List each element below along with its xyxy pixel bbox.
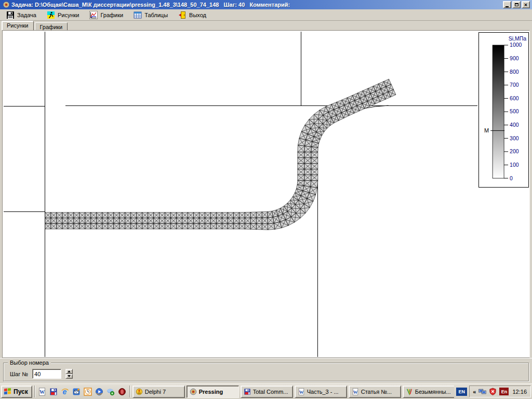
colorbar-tick-label: 700 xyxy=(510,82,519,88)
table-icon xyxy=(134,11,142,19)
colorbar-marker-label: M xyxy=(484,127,489,134)
running-man-icon xyxy=(47,11,55,19)
menu-pictures-button[interactable]: Рисунки xyxy=(44,10,83,20)
toolbar: ЗадачаРисункиГрафикиТаблицыВыход xyxy=(0,9,532,21)
step-label: Шаг № xyxy=(10,371,28,377)
colorbar-tick-label: 900 xyxy=(510,56,519,61)
task-buttons: Delphi 7PressingTotal Comm...WЧасть_3 - … xyxy=(132,385,455,398)
menu-tables-label: Таблицы xyxy=(144,12,168,18)
task-untitled-button[interactable]: Безымянны... xyxy=(403,385,455,398)
task-doc-article-label: Статья №... xyxy=(361,389,392,395)
word-icon: W xyxy=(352,388,359,395)
minimize-button[interactable] xyxy=(503,1,511,8)
task-totalcmd-label: Total Comm... xyxy=(253,389,288,395)
step-input[interactable] xyxy=(32,369,61,379)
windows-logo-icon xyxy=(4,388,11,395)
colorbar-tick-label: 0 xyxy=(510,176,513,181)
fem-scene: Si,МПа10009008007006005004003002001000M xyxy=(3,31,529,357)
menu-pictures-label: Рисунки xyxy=(58,12,79,18)
task-doc-part3-button[interactable]: WЧасть_3 - ... xyxy=(295,385,347,398)
delphi-icon xyxy=(136,388,143,395)
chart-icon xyxy=(89,11,98,19)
close-button[interactable]: × xyxy=(522,1,530,8)
security-shield-icon[interactable] xyxy=(489,388,497,395)
quicklaunch-opera[interactable] xyxy=(117,387,127,396)
colorbar-legend: Si,МПа10009008007006005004003002001000M xyxy=(478,33,528,187)
tab-row: РисункиГрафики xyxy=(0,21,532,30)
svg-text:W: W xyxy=(39,389,45,395)
colorbar-tick-label: 1000 xyxy=(510,42,522,48)
word-icon: W xyxy=(298,388,305,395)
groupbox-label: Выбор номера xyxy=(8,360,51,366)
menu-tables-button[interactable]: Таблицы xyxy=(130,10,171,20)
taskbar: Пуск We Delphi 7PressingTotal Comm...WЧа… xyxy=(0,383,532,399)
taskbar-separator xyxy=(129,385,130,397)
menu-exit-button[interactable]: Выход xyxy=(175,10,209,20)
menu-exit-label: Выход xyxy=(189,12,206,18)
exit-door-icon xyxy=(178,11,187,19)
task-pressing-button[interactable]: Pressing xyxy=(187,385,239,398)
task-delphi-label: Delphi 7 xyxy=(145,389,166,395)
menu-task-button[interactable]: Задача xyxy=(3,10,39,20)
paint-icon xyxy=(406,388,413,395)
colorbar-tick-label: 600 xyxy=(510,96,519,101)
quicklaunch-clock[interactable] xyxy=(83,387,93,396)
quicklaunch-total-commander[interactable] xyxy=(49,387,59,396)
colorbar-gradient xyxy=(493,45,504,178)
quicklaunch-ie[interactable]: e xyxy=(60,387,70,396)
tool-contour-lines xyxy=(4,32,477,357)
system-tray: « En 12:16 xyxy=(469,385,531,397)
window-title: Задача: D:\Общая\Саша_М\К диссертации\pr… xyxy=(11,2,503,8)
menu-graphs-button[interactable]: Графики xyxy=(86,10,126,20)
quicklaunch-outlook-express[interactable] xyxy=(72,387,82,396)
colorbar-tick-label: 800 xyxy=(510,69,519,75)
clock: 12:16 xyxy=(512,389,527,395)
menu-graphs-label: Графики xyxy=(100,12,123,18)
task-delphi-button[interactable]: Delphi 7 xyxy=(132,385,185,398)
quicklaunch-word[interactable]: W xyxy=(37,387,47,396)
colorbar-tick-label: 500 xyxy=(510,109,519,114)
pressing-app-icon xyxy=(190,388,197,395)
quicklaunch-download[interactable] xyxy=(106,387,116,396)
colorbar-tick-label: 300 xyxy=(510,136,519,141)
floppy-icon xyxy=(6,11,15,19)
task-totalcmd-button[interactable]: Total Comm... xyxy=(241,385,293,398)
menu-task-label: Задача xyxy=(17,12,36,18)
start-button[interactable]: Пуск xyxy=(1,385,32,398)
tab-pictures[interactable]: Рисунки xyxy=(2,21,34,30)
network-icon[interactable] xyxy=(478,388,486,395)
step-down-button[interactable] xyxy=(65,374,73,379)
task-doc-article-button[interactable]: WСтатья №... xyxy=(349,385,401,398)
tray-collapse-button[interactable]: « xyxy=(473,389,476,395)
screen: Задача: D:\Общая\Саша_М\К диссертации\pr… xyxy=(0,0,532,399)
total-commander-icon xyxy=(244,388,251,395)
step-groupbox: Выбор номера Шаг № xyxy=(3,363,529,381)
colorbar-title: Si,МПа xyxy=(509,36,526,42)
fem-mesh xyxy=(45,79,396,230)
colorbar-tick-label: 400 xyxy=(510,122,519,128)
tab-graphs[interactable]: Графики xyxy=(35,22,68,30)
titlebar[interactable]: Задача: D:\Общая\Саша_М\К диссертации\pr… xyxy=(0,0,532,9)
start-button-label: Пуск xyxy=(14,388,28,395)
language-indicator-en[interactable]: EN xyxy=(456,388,467,396)
task-doc-part3-label: Часть_3 - ... xyxy=(307,389,339,395)
language-indicator-ru[interactable]: En xyxy=(499,388,509,395)
restore-button[interactable] xyxy=(512,1,521,8)
taskbar-separator xyxy=(34,385,35,397)
quicklaunch-media-player[interactable] xyxy=(95,387,104,396)
step-panel: Выбор номера Шаг № xyxy=(0,358,532,383)
colorbar-tick-label: 100 xyxy=(510,162,519,168)
svg-text:W: W xyxy=(299,389,303,394)
svg-text:W: W xyxy=(353,389,357,394)
pressing-app-icon xyxy=(3,1,10,8)
task-pressing-label: Pressing xyxy=(199,389,223,395)
colorbar-tick-label: 200 xyxy=(510,149,519,154)
quick-launch-bar: We xyxy=(37,387,127,396)
drawing-canvas[interactable]: Si,МПа10009008007006005004003002001000M xyxy=(2,30,530,358)
step-up-button[interactable] xyxy=(65,369,73,374)
task-untitled-label: Безымянны... xyxy=(415,389,451,395)
